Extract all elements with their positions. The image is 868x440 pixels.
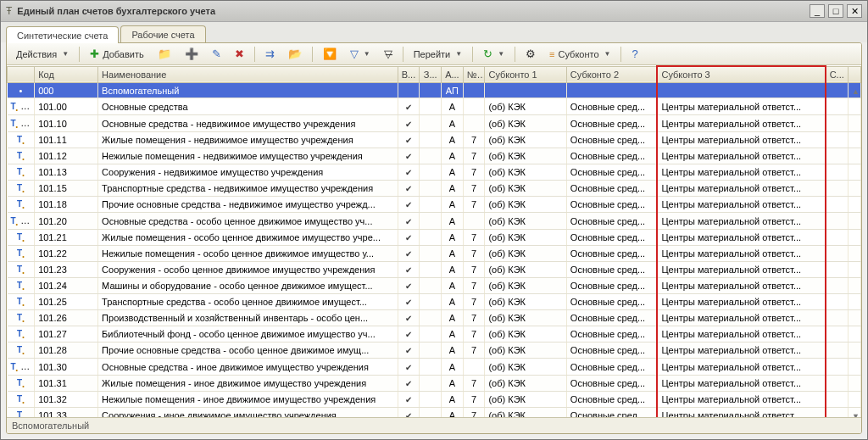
add-label: Добавить (103, 49, 144, 59)
cell-s2: Основные сред... (566, 392, 657, 408)
cell-name: Производственный и хозяйственный инвента… (98, 310, 398, 326)
cell-marker: T• (8, 132, 35, 148)
add-group-button[interactable]: 📁 (152, 45, 177, 63)
cell-v: ✔ (398, 132, 420, 148)
scroll-up-icon[interactable]: ▲ (852, 86, 861, 96)
maximize-button[interactable]: □ (828, 4, 843, 18)
settings-button[interactable]: ⚙ (520, 45, 542, 63)
cell-v: ✔ (398, 164, 420, 181)
cell-name: Нежилые помещения - недвижимое имущество… (98, 148, 398, 164)
edit-button[interactable]: ✎ (206, 45, 227, 63)
table-row[interactable]: T• 📁101.30Основные средства - иное движи… (8, 359, 861, 376)
cell-v: ✔ (398, 197, 420, 213)
cell-v: ✔ (398, 262, 420, 278)
cell-marker: T• 📁 (8, 98, 35, 115)
cell-s1: (об) КЭК (485, 115, 566, 132)
col-n[interactable]: №... (463, 66, 485, 83)
table-row[interactable]: T•101.22Нежилые помещения - особо ценное… (8, 246, 861, 262)
filter-button[interactable]: ▽▼ (344, 45, 376, 63)
subkonto-label: Субконто (559, 49, 599, 59)
cell-s2: Основные сред... (566, 278, 657, 294)
col-name[interactable]: Наименование (98, 66, 398, 83)
table-row[interactable]: T•101.11Жилые помещения - недвижимое иму… (8, 132, 861, 148)
cell-s2: Основные сред... (566, 197, 657, 213)
tab-working[interactable]: Рабочие счета (120, 25, 205, 42)
table-row[interactable]: T•101.32Нежилые помещения - иное движимо… (8, 392, 861, 408)
table-row[interactable]: •000ВспомогательныйАП▲ (8, 83, 861, 98)
cell-marker: • (8, 83, 35, 98)
goto-dropdown[interactable]: Перейти▼ (408, 47, 469, 62)
cell-v: ✔ (398, 294, 420, 310)
cell-s1: (об) КЭК (485, 326, 566, 343)
add-copy-button[interactable]: ➕ (179, 45, 204, 63)
delete-button[interactable]: ✖ (229, 45, 250, 63)
window-title: Единый план счетов бухгалтерского учета (17, 6, 810, 16)
table-row[interactable]: T•101.24Машины и оборудование - особо це… (8, 278, 861, 294)
cell-z (420, 197, 442, 213)
col-a[interactable]: А... (442, 66, 464, 83)
row-type-icon: T• (11, 216, 19, 226)
close-button[interactable]: ✕ (847, 4, 862, 18)
cell-a: А (442, 392, 464, 408)
cell-v: ✔ (398, 148, 420, 164)
cell-scroll (848, 230, 860, 246)
cell-name: Прочие основные средства - особо ценное … (98, 343, 398, 359)
table-row[interactable]: T• 📁101.20Основные средства - особо ценн… (8, 213, 861, 230)
cell-marker: T• (8, 246, 35, 262)
cell-a: А (442, 326, 464, 343)
col-marker[interactable] (8, 66, 35, 83)
table-row[interactable]: T•101.31Жилые помещения - иное движимое … (8, 376, 861, 392)
move-button[interactable]: 📂 (282, 45, 308, 63)
cell-scroll (848, 294, 860, 310)
cell-n: 7 (463, 181, 485, 197)
hierarchy-button[interactable]: ⇉ (259, 45, 281, 63)
cell-s2: Основные сред... (566, 164, 657, 181)
cell-s1: (об) КЭК (485, 164, 566, 181)
col-s2[interactable]: Субконто 2 (566, 66, 657, 83)
refresh-button[interactable]: ↻▼ (477, 45, 510, 63)
filter-funnel-button[interactable]: 🔽 (317, 45, 342, 63)
tab-synthetic[interactable]: Синтетические счета (6, 26, 119, 43)
actions-dropdown[interactable]: Действия▼ (10, 47, 75, 62)
table-row[interactable]: T•101.33Сооружения - иное движимое имуще… (8, 408, 861, 418)
row-type-icon: T• (17, 183, 25, 192)
table-row[interactable]: T• 📁101.00Основные средства✔А(об) КЭКОсн… (8, 98, 861, 115)
table-row[interactable]: T•101.23Сооружения - особо ценное движим… (8, 262, 861, 278)
scroll-down-icon[interactable]: ▼ (852, 410, 861, 417)
table-row[interactable]: T•101.21Жилые помещения - особо ценное д… (8, 230, 861, 246)
row-type-icon: T• (11, 119, 19, 128)
minimize-button[interactable]: _ (810, 4, 825, 18)
table-row[interactable]: T•101.28Прочие основные средства - особо… (8, 343, 861, 359)
table-row[interactable]: T•101.26Производственный и хозяйственный… (8, 310, 861, 326)
cell-marker: T• (8, 376, 35, 392)
row-type-icon: T• (17, 329, 25, 338)
cell-code: 101.13 (35, 164, 98, 181)
col-s3[interactable]: Субконто 3 (657, 66, 825, 83)
cell-a: А (442, 230, 464, 246)
col-code[interactable]: Код (35, 66, 98, 83)
table-row[interactable]: T•101.15Транспортные средства - недвижим… (8, 181, 861, 197)
col-s1[interactable]: Субконто 1 (485, 66, 566, 83)
cell-name: Жилые помещения - особо ценное движимое … (98, 230, 398, 246)
cell-name: Вспомогательный (98, 83, 398, 98)
grid[interactable]: Код Наименование В... З... А... №... Суб… (7, 65, 861, 417)
help-button[interactable]: ? (626, 45, 643, 63)
cell-c (826, 98, 849, 115)
subkonto-dropdown[interactable]: ≡ Субконто▼ (543, 47, 616, 62)
table-row[interactable]: T•101.12Нежилые помещения - недвижимое и… (8, 148, 861, 164)
cell-n: 7 (463, 310, 485, 326)
refresh-icon: ↻ (483, 47, 492, 60)
col-z[interactable]: З... (420, 66, 442, 83)
table-row[interactable]: T•101.25Транспортные средства - особо це… (8, 294, 861, 310)
table-row[interactable]: T• 📁101.10Основные средства - недвижимое… (8, 115, 861, 132)
add-button[interactable]: ✚ Добавить (84, 45, 150, 63)
table-row[interactable]: T•101.18Прочие основные средства - недви… (8, 197, 861, 213)
cell-n: 7 (463, 230, 485, 246)
table-row[interactable]: T•101.27Библиотечный фонд - особо ценное… (8, 326, 861, 343)
table-row[interactable]: T•101.13Сооружения - недвижимое имуществ… (8, 164, 861, 181)
cell-c (826, 83, 849, 98)
row-type-icon: T• (17, 313, 25, 322)
clear-filter-button[interactable]: ▽̶ (378, 45, 398, 63)
col-v[interactable]: В... (398, 66, 420, 83)
col-c[interactable]: С... (826, 66, 849, 83)
